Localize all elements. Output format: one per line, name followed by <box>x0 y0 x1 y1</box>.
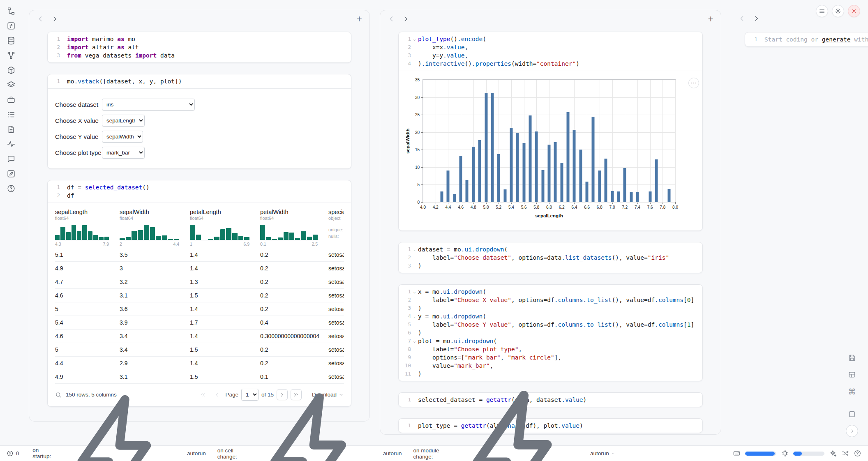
chart-bar <box>478 140 481 202</box>
cpu-meter <box>745 452 776 456</box>
y-tick-label: 20 <box>415 130 420 134</box>
database-icon[interactable] <box>7 36 16 45</box>
chart-bar <box>617 191 620 202</box>
activity-icon[interactable] <box>7 140 16 149</box>
column-header[interactable]: speciesobjectunique:nulls: <box>328 209 344 247</box>
control-select-1[interactable]: sepalLength <box>102 115 145 127</box>
line-number: 2 <box>48 191 60 200</box>
chart-bar <box>649 191 651 202</box>
table-row[interactable]: 4.63.41.40.30000000000000004setosa <box>55 330 344 343</box>
status-right <box>733 449 861 457</box>
line-number: 8 <box>399 345 411 353</box>
toolbox-icon[interactable] <box>7 95 16 104</box>
column-left-chevron-icon[interactable] <box>738 14 746 23</box>
shuffle-icon[interactable] <box>841 449 849 457</box>
console-panel-icon[interactable] <box>846 408 858 420</box>
control-label: Choose X value <box>55 117 102 124</box>
help-circle-icon[interactable] <box>854 449 861 457</box>
control-label: Choose dataset <box>55 101 102 108</box>
line-number: 2 <box>399 43 411 51</box>
on-startup-mode[interactable]: on startup: autorun <box>29 387 209 461</box>
cpu-icon <box>733 449 741 457</box>
layers-icon[interactable] <box>7 81 16 90</box>
column-header[interactable]: sepalWidthfloat6424.4 <box>120 209 190 247</box>
column-histogram[interactable] <box>260 225 318 240</box>
code-editor-dataframe[interactable]: 1df = selected_dataset()2df <box>48 180 351 203</box>
x-tick-label: 6.4 <box>571 205 577 210</box>
keyboard-shortcuts-icon[interactable]: ⌘ <box>846 385 858 398</box>
table-row[interactable]: 4.73.21.30.2setosa <box>55 275 344 289</box>
chat-icon[interactable] <box>7 154 16 164</box>
on-cell-change-mode[interactable]: on cell change: autorun <box>214 385 405 461</box>
table-row[interactable]: 4.63.11.50.2setosa <box>55 289 344 302</box>
x-tick-label: 5.6 <box>521 205 527 210</box>
error-count[interactable]: 0 <box>7 450 19 457</box>
chart-bar <box>655 159 658 202</box>
table-row[interactable]: 5.13.51.40.2setosa <box>55 248 344 262</box>
checklist-icon[interactable] <box>7 110 16 119</box>
column-header[interactable]: petalWidthfloat640.12.5 <box>260 209 328 247</box>
control-select-3[interactable]: mark_bar <box>102 147 145 159</box>
column-right-chevron-icon[interactable] <box>402 15 410 23</box>
close-button[interactable] <box>848 5 860 17</box>
code-editor-empty[interactable]: 1 Start coding or generate with AI. <box>745 32 868 46</box>
dataframe-table[interactable]: sepalLengthfloat644.37.9sepalWidthfloat6… <box>55 209 344 384</box>
editor-placeholder: Start coding or generate with AI. <box>764 35 868 44</box>
bar-chart[interactable]: 4.04.24.44.64.85.05.25.45.65.86.06.26.46… <box>422 79 676 203</box>
line-number: 3 <box>399 262 411 270</box>
add-cell-button[interactable]: + <box>708 15 713 23</box>
chart-bar <box>579 150 582 202</box>
nodes-icon[interactable] <box>7 51 16 60</box>
column-left-chevron-icon[interactable] <box>388 15 396 23</box>
help-icon[interactable] <box>7 184 16 193</box>
column-right-chevron-icon[interactable] <box>51 15 59 23</box>
column-right-chevron-icon[interactable] <box>752 14 760 23</box>
settings-button[interactable] <box>832 5 844 17</box>
add-cell-button[interactable]: + <box>357 15 362 23</box>
chart-bar <box>630 192 633 202</box>
column-histogram[interactable] <box>120 225 179 240</box>
package-icon[interactable] <box>7 66 16 75</box>
code-editor-imports[interactable]: 1import marimo as mo2import altair as al… <box>48 32 351 62</box>
table-row[interactable]: 5.43.91.70.4setosa <box>55 316 344 330</box>
table-row[interactable]: 53.61.40.2setosa <box>55 302 344 316</box>
control-row: Choose plot typemark_bar <box>55 147 344 159</box>
column-histogram[interactable] <box>190 225 249 240</box>
layout-panel-icon[interactable] <box>846 369 858 381</box>
fold-chevron-icon <box>60 51 67 60</box>
table-row[interactable]: 4.42.91.40.2setosa <box>55 357 344 370</box>
divider <box>24 450 24 457</box>
control-select-0[interactable]: iris <box>102 99 195 111</box>
column-left-chevron-icon[interactable] <box>37 15 45 23</box>
code-editor-layout[interactable]: 1mo.vstack([dataset, x, y, plot]) <box>48 74 351 88</box>
y-tick-label: 15 <box>415 148 420 152</box>
function-square-icon[interactable] <box>7 21 16 30</box>
chart-bar <box>535 131 538 202</box>
column-histogram[interactable] <box>55 225 109 240</box>
y-tick-label: 35 <box>415 78 420 82</box>
scratchpad-icon[interactable] <box>7 169 16 178</box>
code-editor-plot[interactable]: 1⌄plot_type().encode(2 x=x.value,3 y=y.v… <box>399 32 702 71</box>
code-editor-controls[interactable]: 1⌄x = mo.ui.dropdown(2 label="Choose X v… <box>399 285 702 381</box>
document-icon[interactable] <box>7 125 16 134</box>
table-row[interactable]: 4.931.40.2setosa <box>55 262 344 275</box>
on-module-change-mode[interactable]: on module change: autorun <box>410 382 618 461</box>
x-tick-label: 4.6 <box>458 205 464 210</box>
file-tree-icon[interactable] <box>7 7 16 16</box>
menu-button[interactable] <box>816 5 828 17</box>
code-editor-dataset[interactable]: 1⌄dataset = mo.ui.dropdown(2 label="Choo… <box>399 242 702 273</box>
save-icon[interactable] <box>846 352 858 364</box>
table-row[interactable]: 53.41.50.2setosa <box>55 343 344 357</box>
run-all-button[interactable] <box>846 425 858 437</box>
column-header[interactable]: petalLengthfloat6416.9 <box>190 209 260 247</box>
cell-imports: 1import marimo as mo2import altair as al… <box>47 32 351 63</box>
chart-bar <box>636 192 639 202</box>
x-tick-label: 4.4 <box>445 205 451 210</box>
line-number: 4 <box>399 312 411 320</box>
control-select-2[interactable]: sepalWidth <box>102 131 143 143</box>
ai-sparkle-icon[interactable] <box>829 449 837 457</box>
column-header[interactable]: sepalLengthfloat644.37.9 <box>55 209 120 247</box>
y-tick-label: 0 <box>417 200 420 205</box>
generate-link[interactable]: generate <box>822 36 851 43</box>
chart-menu-button[interactable]: ⋯ <box>688 78 699 88</box>
